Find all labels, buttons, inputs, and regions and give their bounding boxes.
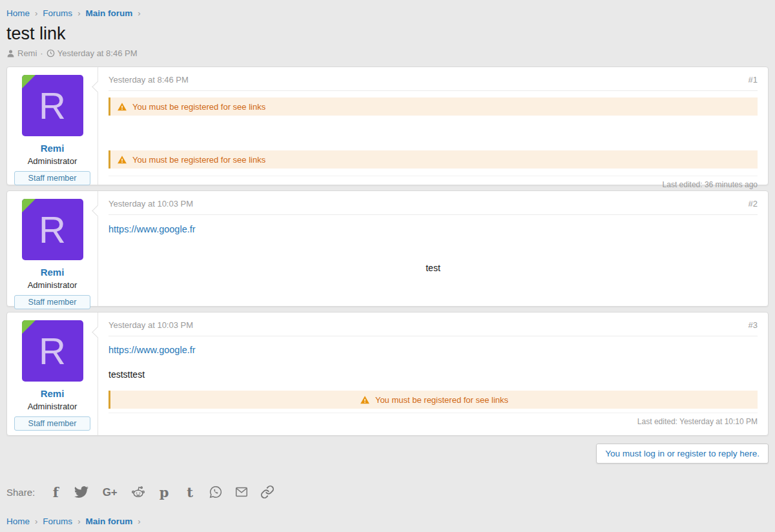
registered-warning-box: You must be registered for see links bbox=[108, 150, 758, 169]
google-plus-icon[interactable]: G+ bbox=[99, 484, 120, 500]
post-timestamp[interactable]: Yesterday at 8:46 PM bbox=[108, 75, 189, 85]
avatar-letter: R bbox=[39, 87, 66, 125]
post-2: R Remi Administrator Staff member Yester… bbox=[6, 190, 769, 307]
page-title: test link bbox=[6, 24, 769, 44]
post-user-cell: R Remi Administrator Staff member bbox=[7, 312, 98, 435]
chevron-right-icon: › bbox=[35, 517, 37, 526]
link-icon[interactable] bbox=[260, 484, 275, 500]
breadcrumb-main-forum[interactable]: Main forum bbox=[85, 8, 132, 18]
google-link[interactable]: https://www.google.fr bbox=[108, 224, 196, 234]
avatar[interactable]: R bbox=[22, 199, 83, 260]
avatar[interactable]: R bbox=[22, 320, 83, 382]
post-content: Yesterday at 10:03 PM #3 https://www.goo… bbox=[98, 312, 768, 435]
breadcrumb-home[interactable]: Home bbox=[6, 517, 30, 526]
username-link[interactable]: Remi bbox=[14, 388, 91, 399]
chevron-right-icon: › bbox=[78, 517, 80, 526]
thread-created-time[interactable]: Yesterday at 8:46 PM bbox=[57, 48, 138, 58]
post-timestamp[interactable]: Yesterday at 10:03 PM bbox=[108, 320, 193, 330]
chevron-right-icon: › bbox=[78, 8, 80, 18]
user-role: Administrator bbox=[14, 156, 91, 166]
post-header: Yesterday at 10:03 PM #3 bbox=[108, 320, 758, 336]
post-number[interactable]: #1 bbox=[749, 75, 758, 85]
reply-bar: You must log in or register to reply her… bbox=[6, 444, 769, 464]
post-1: R Remi Administrator Staff member Yester… bbox=[6, 66, 769, 185]
staff-member-badge: Staff member bbox=[14, 416, 90, 431]
post-header: Yesterday at 10:03 PM #2 bbox=[108, 199, 758, 215]
post-user-cell: R Remi Administrator Staff member bbox=[7, 191, 98, 306]
breadcrumb: Home › Forums › Main forum › bbox=[6, 0, 769, 18]
last-edited-note: Last edited: 36 minutes ago bbox=[108, 176, 758, 190]
warning-text: You must be registered for see links bbox=[375, 395, 508, 405]
google-link[interactable]: https://www.google.fr bbox=[108, 345, 196, 355]
staff-member-badge: Staff member bbox=[14, 295, 90, 309]
username-link[interactable]: Remi bbox=[14, 143, 91, 154]
post-header: Yesterday at 8:46 PM #1 bbox=[108, 75, 758, 91]
avatar-letter: R bbox=[39, 332, 66, 370]
facebook-icon[interactable]: f bbox=[48, 484, 63, 500]
warning-icon bbox=[360, 395, 370, 405]
user-role: Administrator bbox=[14, 402, 91, 411]
meta-separator: · bbox=[40, 48, 43, 58]
staff-member-badge: Staff member bbox=[14, 171, 90, 185]
warning-text: You must be registered for see links bbox=[132, 102, 265, 112]
post-body-text: test bbox=[108, 263, 758, 273]
clock-icon bbox=[46, 49, 55, 57]
whatsapp-icon[interactable] bbox=[208, 484, 223, 500]
warning-text: You must be registered for see links bbox=[132, 155, 265, 165]
email-icon[interactable] bbox=[234, 484, 249, 500]
post-body-text: teststtest bbox=[108, 369, 758, 380]
username-link[interactable]: Remi bbox=[14, 267, 91, 278]
avatar[interactable]: R bbox=[22, 75, 83, 136]
share-row: Share: f G+ p t bbox=[6, 484, 769, 500]
login-register-reply-button[interactable]: You must log in or register to reply her… bbox=[596, 444, 769, 464]
breadcrumb-forums[interactable]: Forums bbox=[43, 8, 72, 18]
twitter-icon[interactable] bbox=[74, 484, 89, 500]
chevron-right-icon: › bbox=[138, 8, 140, 18]
thread-author[interactable]: Remi bbox=[17, 48, 37, 58]
registered-warning-box: You must be registered for see links bbox=[108, 97, 758, 116]
post-content: Yesterday at 8:46 PM #1 You must be regi… bbox=[98, 67, 768, 185]
online-indicator-icon bbox=[22, 75, 36, 88]
user-role: Administrator bbox=[14, 280, 91, 290]
chevron-right-icon: › bbox=[138, 517, 140, 526]
last-edited-note: Last edited: Yesterday at 10:10 PM bbox=[108, 413, 758, 427]
post-number[interactable]: #3 bbox=[749, 320, 758, 330]
breadcrumb-main-forum[interactable]: Main forum bbox=[85, 517, 132, 526]
post-number[interactable]: #2 bbox=[749, 199, 758, 209]
user-icon bbox=[6, 49, 15, 57]
pinterest-icon[interactable]: p bbox=[156, 484, 172, 500]
online-indicator-icon bbox=[22, 320, 36, 334]
registered-warning-box: You must be registered for see links bbox=[108, 391, 758, 409]
post-timestamp[interactable]: Yesterday at 10:03 PM bbox=[108, 199, 193, 209]
post-content: Yesterday at 10:03 PM #2 https://www.goo… bbox=[98, 191, 768, 306]
tumblr-icon[interactable]: t bbox=[182, 484, 198, 500]
avatar-letter: R bbox=[39, 211, 66, 249]
breadcrumb-bottom: Home › Forums › Main forum › bbox=[6, 500, 769, 526]
breadcrumb-home[interactable]: Home bbox=[6, 8, 30, 18]
reddit-icon[interactable] bbox=[130, 484, 146, 500]
forum-thread-page: Home › Forums › Main forum › test link R… bbox=[0, 0, 775, 532]
post-user-cell: R Remi Administrator Staff member bbox=[7, 67, 98, 185]
breadcrumb-forums[interactable]: Forums bbox=[43, 517, 72, 526]
chevron-right-icon: › bbox=[35, 8, 37, 18]
thread-meta: Remi · Yesterday at 8:46 PM bbox=[6, 48, 769, 58]
warning-icon bbox=[117, 102, 127, 112]
online-indicator-icon bbox=[22, 199, 36, 212]
post-3: R Remi Administrator Staff member Yester… bbox=[6, 312, 769, 436]
warning-icon bbox=[117, 155, 127, 165]
share-label: Share: bbox=[6, 487, 35, 498]
